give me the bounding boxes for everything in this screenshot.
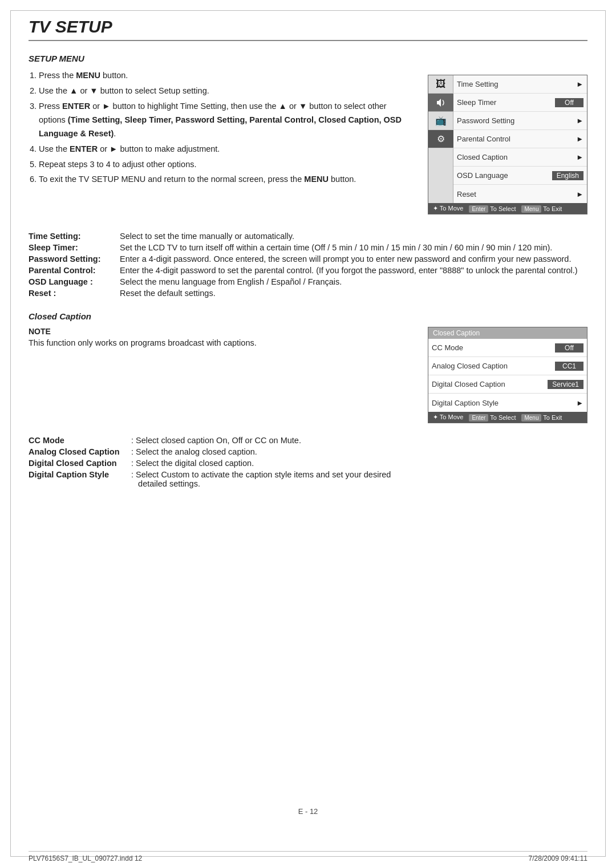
setup-instructions: Press the MENU button. Use the ▲ or ▼ bu… [29,69,411,214]
menu-value-password: ► [576,116,583,125]
menu-icon-picture: 🖼 [428,75,453,94]
menu-value-sleep-timer: Off [555,98,583,107]
menu-footer: ✦ To Move Enter To Select Menu To Exit [428,203,587,214]
menu-row-osd: OSD Language English [453,167,587,185]
menu-content: 🖼 📺 ⚙ Time Setting ► Sleep Timer Of [428,75,587,203]
desc-value-parental: Enter the 4-digit password to set the pa… [120,265,587,276]
menu-row-time-setting: Time Setting ► [453,75,587,94]
setup-menu-heading: SETUP MENU [29,54,587,63]
cc-desc-analog: Analog Closed Caption : Select the analo… [29,446,587,457]
menu-row-cc: Closed Caption ► [453,148,587,167]
desc-term-osd: OSD Language : [29,276,120,287]
page-title: TV SETUP [29,17,587,41]
menu-label-sleep-timer: Sleep Timer [457,98,496,107]
desc-term-sleep: Sleep Timer: [29,242,120,253]
cc-desc-term-analog: Analog Closed Caption [29,446,131,457]
desc-value-password: Enter a 4-digit password. Once entered, … [120,253,587,265]
cc-row-style: Digital Caption Style ► [428,394,587,412]
move-icon: ✦ To Move [433,205,463,212]
menu-label-time-setting: Time Setting [457,80,499,88]
menu-icon-tv: 📺 [428,112,453,130]
menu-label-parental: Parental Control [457,135,510,143]
cc-menu-key: Menu To Exit [521,414,562,421]
cc-label-style: Digital Caption Style [432,399,499,407]
step-4: Use the ENTER or ► button to make adjust… [39,143,411,156]
footer-right: 7/28/2009 09:41:11 [529,854,587,862]
setup-menu-mockup: 🖼 📺 ⚙ Time Setting ► Sleep Timer Of [428,75,587,214]
cc-heading: Closed Caption [29,311,587,321]
menu-icon-audio [428,94,453,112]
cc-label-digital: Digital Closed Caption [432,380,505,388]
description-table: Time Setting: Select to set the time man… [29,230,587,299]
menu-label-cc: Closed Caption [457,153,508,161]
cc-desc-term-mode: CC Mode [29,435,131,446]
desc-row-osd: OSD Language : Select the menu language … [29,276,587,287]
page-number: E - 12 [29,807,587,816]
cc-desc-digital: Digital Closed Caption : Select the digi… [29,457,587,469]
desc-row-reset: Reset : Reset the default settings. [29,287,587,299]
desc-row-password: Password Setting: Enter a 4-digit passwo… [29,253,587,265]
menu-value-parental: ► [576,135,583,143]
cc-desc-value-digital: : Select the digital closed caption. [131,457,587,469]
cc-note: NOTE This function only works on program… [29,327,411,423]
desc-term-reset: Reset : [29,287,120,299]
note-text: This function only works on programs bro… [29,338,411,347]
desc-row-sleep: Sleep Timer: Set the LCD TV to turn itse… [29,242,587,253]
menu-label-reset: Reset [457,190,476,198]
footer-left: PLV76156S7_IB_UL_090727.indd 12 [29,854,142,862]
menu-value-cc: ► [576,153,583,161]
menu-row-sleep-timer: Sleep Timer Off [453,94,587,112]
desc-value-reset: Reset the default settings. [120,287,587,299]
step-5: Repeat steps 3 to 4 to adjust other opti… [39,158,411,172]
desc-row-time: Time Setting: Select to set the time man… [29,230,587,242]
step-1: Press the MENU button. [39,69,411,83]
cc-desc-term-style: Digital Caption Style [29,469,131,489]
menu-sidebar: 🖼 📺 ⚙ [428,75,453,203]
cc-value-mode: Off [555,343,583,353]
cc-row-mode: CC Mode Off [428,339,587,357]
page-content: TV SETUP SETUP MENU Press the MENU butto… [29,17,587,844]
cc-menu-footer: ✦ To Move Enter To Select Menu To Exit [428,412,587,423]
menu-label-osd: OSD Language [457,171,508,180]
cc-row-analog: Analog Closed Caption CC1 [428,357,587,375]
cc-value-analog: CC1 [555,362,583,371]
cc-description-table: CC Mode : Select closed caption On, Off … [29,435,587,489]
desc-value-sleep: Set the LCD TV to turn itself off within… [120,242,587,253]
desc-term-parental: Parental Control: [29,265,120,276]
menu-key: Menu To Exit [521,205,562,212]
enter-key: Enter To Select [469,205,516,212]
cc-desc-mode: CC Mode : Select closed caption On, Off … [29,435,587,446]
menu-label-password: Password Setting [457,116,514,125]
menu-value-reset: ► [576,190,583,198]
menu-row-password: Password Setting ► [453,112,587,130]
cc-desc-term-digital: Digital Closed Caption [29,457,131,469]
cc-menu-mockup: Closed Caption CC Mode Off Analog Closed… [428,327,587,423]
desc-term-password: Password Setting: [29,253,120,265]
menu-rows: Time Setting ► Sleep Timer Off Password … [453,75,587,203]
step-3: Press ENTER or ► button to highlight Tim… [39,100,411,141]
cc-desc-value-analog: : Select the analog closed caption. [131,446,587,457]
cc-desc-value-mode: : Select closed caption On, Off or CC on… [131,435,587,446]
cc-label-analog: Analog Closed Caption [432,362,508,370]
desc-row-parental: Parental Control: Enter the 4-digit pass… [29,265,587,276]
cc-move-icon: ✦ To Move [433,414,463,421]
closed-caption-section: Closed Caption NOTE This function only w… [29,311,587,489]
menu-value-time-setting: ► [576,80,583,88]
step-2: Use the ▲ or ▼ button to select Setup se… [39,84,411,98]
page-footer: PLV76156S7_IB_UL_090727.indd 12 7/28/200… [29,851,587,862]
cc-menu-title: Closed Caption [428,327,587,339]
menu-value-osd: English [552,171,583,180]
note-label: NOTE [29,327,411,336]
setup-section: Press the MENU button. Use the ▲ or ▼ bu… [29,69,587,214]
desc-value-osd: Select the menu language from English / … [120,276,587,287]
step-6: To exit the TV SETUP MENU and return to … [39,173,411,187]
cc-row-digital: Digital Closed Caption Service1 [428,375,587,394]
cc-enter-key: Enter To Select [469,414,516,421]
setup-steps-list: Press the MENU button. Use the ▲ or ▼ bu… [39,69,411,187]
menu-row-reset: Reset ► [453,185,587,203]
menu-icon-setup: ⚙ [428,130,453,148]
desc-value-time: Select to set the time manually or autom… [120,230,587,242]
cc-desc-value-style: : Select Custom to activate the caption … [131,469,587,489]
cc-label-mode: CC Mode [432,343,463,352]
cc-desc-style: Digital Caption Style : Select Custom to… [29,469,587,489]
